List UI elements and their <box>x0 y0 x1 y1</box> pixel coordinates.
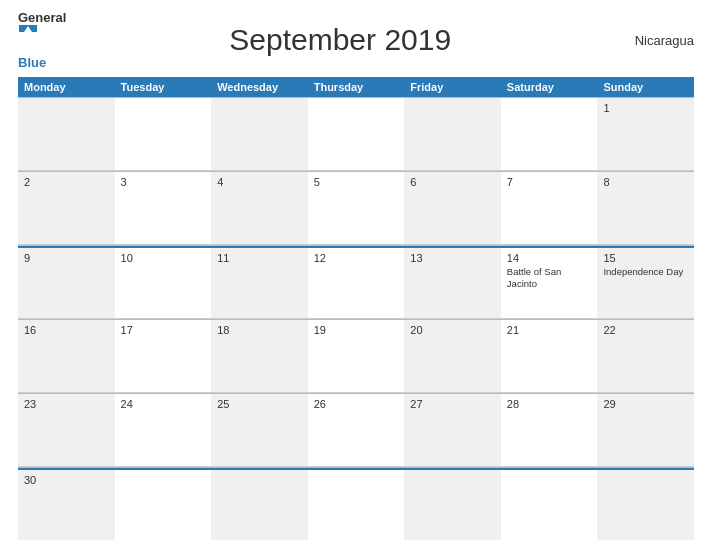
calendar-cell <box>404 98 501 170</box>
calendar-cell: 11 <box>211 246 308 318</box>
calendar-cell: 12 <box>308 246 405 318</box>
calendar-page: General Blue September 2019 Nicaragua Mo… <box>0 0 712 550</box>
calendar-cell: 3 <box>115 172 212 244</box>
day-event: Battle of San Jacinto <box>507 266 592 291</box>
day-number: 25 <box>217 398 302 410</box>
day-number: 15 <box>603 252 688 264</box>
calendar-header-row: Monday Tuesday Wednesday Thursday Friday… <box>18 77 694 97</box>
calendar-cell <box>18 98 115 170</box>
calendar-cell: 20 <box>404 320 501 392</box>
calendar-cell <box>501 98 598 170</box>
calendar-cell: 19 <box>308 320 405 392</box>
calendar-cell: 25 <box>211 394 308 466</box>
day-event: Independence Day <box>603 266 688 278</box>
logo-flag-icon <box>19 25 37 39</box>
day-number: 8 <box>603 176 688 188</box>
calendar-cell: 18 <box>211 320 308 392</box>
calendar-cell: 5 <box>308 172 405 244</box>
day-number: 14 <box>507 252 592 264</box>
calendar-cell: 4 <box>211 172 308 244</box>
calendar-cell: 29 <box>597 394 694 466</box>
logo-blue-text: Blue <box>18 55 46 71</box>
day-number: 26 <box>314 398 399 410</box>
calendar-cell: 24 <box>115 394 212 466</box>
day-number: 30 <box>24 474 109 486</box>
calendar-cell: 23 <box>18 394 115 466</box>
header-monday: Monday <box>18 77 115 97</box>
calendar-cell <box>404 468 501 540</box>
calendar-cell <box>115 98 212 170</box>
calendar-cell: 14Battle of San Jacinto <box>501 246 598 318</box>
calendar-cell: 16 <box>18 320 115 392</box>
day-number: 22 <box>603 324 688 336</box>
calendar-cell <box>211 98 308 170</box>
logo-general-text: General <box>18 10 66 26</box>
day-number: 24 <box>121 398 206 410</box>
header-thursday: Thursday <box>308 77 405 97</box>
calendar-cell: 30 <box>18 468 115 540</box>
day-number: 17 <box>121 324 206 336</box>
calendar-cell: 6 <box>404 172 501 244</box>
header-saturday: Saturday <box>501 77 598 97</box>
day-number: 23 <box>24 398 109 410</box>
calendar-cell: 21 <box>501 320 598 392</box>
calendar-cell: 17 <box>115 320 212 392</box>
calendar-title: September 2019 <box>66 23 614 57</box>
calendar-cell: 2 <box>18 172 115 244</box>
calendar-cell: 13 <box>404 246 501 318</box>
day-number: 21 <box>507 324 592 336</box>
day-number: 2 <box>24 176 109 188</box>
day-number: 10 <box>121 252 206 264</box>
calendar-cell <box>308 468 405 540</box>
day-number: 20 <box>410 324 495 336</box>
day-number: 11 <box>217 252 302 264</box>
calendar-cell: 7 <box>501 172 598 244</box>
calendar-cell: 28 <box>501 394 598 466</box>
day-number: 16 <box>24 324 109 336</box>
calendar-cell <box>211 468 308 540</box>
day-number: 27 <box>410 398 495 410</box>
country-label: Nicaragua <box>614 33 694 48</box>
day-number: 7 <box>507 176 592 188</box>
day-number: 28 <box>507 398 592 410</box>
header-tuesday: Tuesday <box>115 77 212 97</box>
day-number: 18 <box>217 324 302 336</box>
day-number: 13 <box>410 252 495 264</box>
day-number: 9 <box>24 252 109 264</box>
calendar-grid: Monday Tuesday Wednesday Thursday Friday… <box>18 77 694 540</box>
calendar-cell <box>597 468 694 540</box>
calendar-cell: 10 <box>115 246 212 318</box>
day-number: 6 <box>410 176 495 188</box>
calendar-cell: 27 <box>404 394 501 466</box>
day-number: 19 <box>314 324 399 336</box>
calendar-cell <box>115 468 212 540</box>
calendar-cell: 26 <box>308 394 405 466</box>
header-friday: Friday <box>404 77 501 97</box>
day-number: 3 <box>121 176 206 188</box>
logo: General Blue <box>18 10 66 71</box>
calendar-body: 1234567891011121314Battle of San Jacinto… <box>18 97 694 540</box>
calendar-cell: 8 <box>597 172 694 244</box>
day-number: 4 <box>217 176 302 188</box>
header-wednesday: Wednesday <box>211 77 308 97</box>
header-sunday: Sunday <box>597 77 694 97</box>
calendar-cell <box>501 468 598 540</box>
header: General Blue September 2019 Nicaragua <box>18 10 694 71</box>
calendar-cell: 22 <box>597 320 694 392</box>
day-number: 12 <box>314 252 399 264</box>
calendar-cell: 1 <box>597 98 694 170</box>
day-number: 5 <box>314 176 399 188</box>
calendar-cell: 15Independence Day <box>597 246 694 318</box>
calendar-cell: 9 <box>18 246 115 318</box>
day-number: 29 <box>603 398 688 410</box>
calendar-cell <box>308 98 405 170</box>
day-number: 1 <box>603 102 688 114</box>
